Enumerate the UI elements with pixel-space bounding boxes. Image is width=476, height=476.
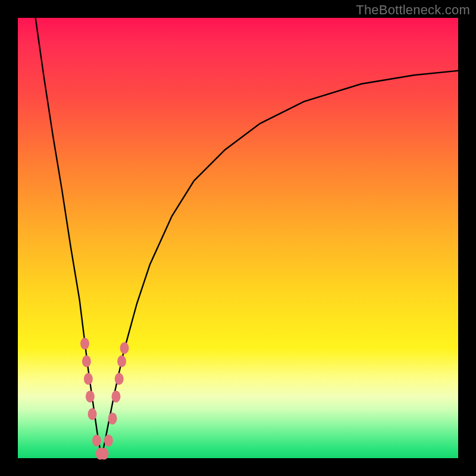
marker-point bbox=[80, 338, 89, 350]
marker-point bbox=[84, 373, 93, 385]
marker-point bbox=[100, 448, 109, 460]
marker-point bbox=[104, 434, 113, 446]
marker-point bbox=[120, 342, 129, 354]
right-branch-curve bbox=[102, 71, 458, 458]
marker-point bbox=[92, 434, 101, 446]
marker-point bbox=[112, 390, 121, 402]
marker-point bbox=[117, 355, 126, 367]
chart-frame: TheBottleneck.com bbox=[0, 0, 476, 476]
marker-point bbox=[88, 408, 97, 420]
marker-point bbox=[86, 390, 95, 402]
plot-area bbox=[18, 18, 458, 458]
marker-cluster bbox=[80, 338, 129, 460]
marker-point bbox=[108, 412, 117, 424]
curve-layer bbox=[18, 18, 458, 458]
marker-point bbox=[115, 373, 124, 385]
watermark-text: TheBottleneck.com bbox=[356, 2, 470, 18]
marker-point bbox=[82, 355, 91, 367]
